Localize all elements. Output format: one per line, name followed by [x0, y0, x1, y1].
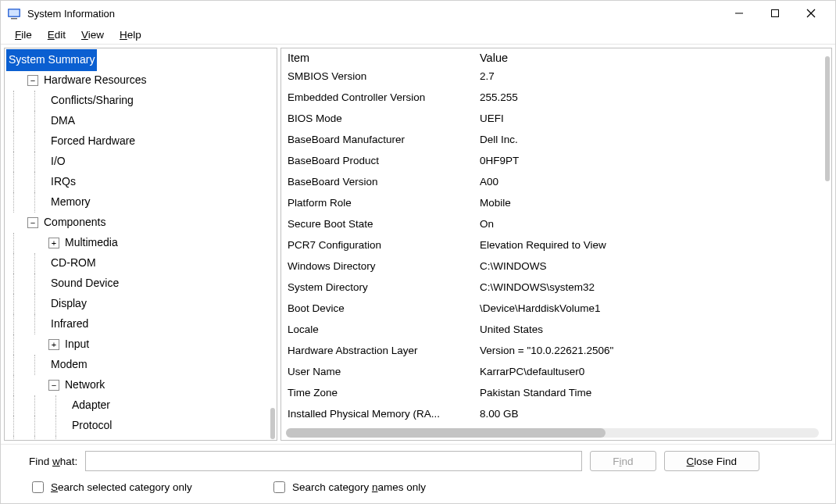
details-row[interactable]: BaseBoard ManufacturerDell Inc.	[288, 129, 825, 150]
tree-system-summary[interactable]: System Summary	[6, 50, 275, 70]
tree-item[interactable]: Protocol	[6, 416, 275, 436]
menu-file[interactable]: File	[7, 27, 40, 42]
details-row[interactable]: PCR7 ConfigurationElevation Required to …	[288, 234, 825, 256]
details-item: BIOS Mode	[288, 113, 480, 124]
details-item: System Directory	[288, 281, 480, 293]
details-value: 8.00 GB	[480, 408, 825, 420]
details-row[interactable]: BIOS ModeUEFI	[288, 108, 825, 129]
titlebar: System Information	[1, 1, 835, 26]
tree-item[interactable]: Memory	[6, 192, 275, 213]
tree-item[interactable]: Infrared	[6, 314, 275, 334]
details-row[interactable]: System DirectoryC:\WINDOWS\system32	[288, 277, 825, 298]
app-icon	[7, 6, 21, 20]
details-pane: Item Value SMBIOS Version2.7Embedded Con…	[280, 48, 832, 441]
find-input[interactable]	[85, 451, 582, 471]
tree-label: Components	[41, 212, 108, 234]
tree-item[interactable]: CD-ROM	[6, 253, 275, 273]
details-row[interactable]: Boot Device\Device\HarddiskVolume1	[288, 298, 825, 319]
details-row[interactable]: BaseBoard VersionA00	[288, 171, 825, 192]
details-row[interactable]: Installed Physical Memory (RA...8.00 GB	[288, 403, 825, 424]
svg-rect-1	[9, 10, 20, 16]
details-vscrollbar[interactable]	[825, 56, 830, 181]
details-hscrollbar[interactable]	[286, 428, 819, 438]
menu-view[interactable]: View	[73, 27, 112, 42]
collapse-icon[interactable]: −	[27, 217, 38, 228]
system-information-window: System Information File Edit View Help S…	[0, 0, 836, 504]
tree-hardware-resources[interactable]: − Hardware Resources	[6, 70, 275, 91]
details-value: \Device\HarddiskVolume1	[480, 302, 825, 314]
details-item: Installed Physical Memory (RA...	[288, 408, 480, 420]
column-header-item[interactable]: Item	[288, 52, 480, 64]
maximize-button[interactable]	[757, 1, 793, 26]
menu-help[interactable]: Help	[112, 27, 149, 42]
details-item: Platform Role	[288, 197, 480, 209]
details-item: BaseBoard Product	[288, 155, 480, 166]
details-value: On	[480, 218, 825, 230]
window-title: System Information	[27, 8, 115, 20]
minimize-button[interactable]	[721, 1, 757, 26]
tree-item[interactable]: Conflicts/Sharing	[6, 91, 275, 111]
menu-edit[interactable]: Edit	[40, 27, 73, 42]
details-row[interactable]: LocaleUnited States	[288, 319, 825, 340]
details-item: BaseBoard Version	[288, 176, 480, 188]
search-selected-category-checkbox[interactable]: Search selected category only	[29, 479, 192, 495]
details-item: User Name	[288, 366, 480, 377]
tree-input[interactable]: +Input	[6, 334, 275, 355]
tree-item[interactable]: Modem	[6, 355, 275, 375]
close-button[interactable]	[793, 1, 829, 26]
search-category-names-checkbox[interactable]: Search category names only	[270, 479, 426, 495]
tree-item[interactable]: Display	[6, 294, 275, 314]
expand-icon[interactable]: +	[48, 339, 59, 350]
details-value: A00	[480, 176, 825, 188]
details-value: United States	[480, 323, 825, 335]
details-value: KarrarPC\defaultuser0	[480, 366, 825, 377]
tree-scrollbar[interactable]	[270, 408, 275, 439]
close-find-button[interactable]: Close Find	[664, 451, 760, 471]
collapse-icon[interactable]: −	[27, 75, 38, 86]
details-row[interactable]: Embedded Controller Version255.255	[288, 87, 825, 108]
tree-item[interactable]: Adapter	[6, 395, 275, 416]
details-row[interactable]: SMBIOS Version2.7	[288, 66, 825, 87]
details-item: Embedded Controller Version	[288, 91, 480, 103]
details-value: Dell Inc.	[480, 134, 825, 145]
find-label: Find what:	[29, 456, 77, 467]
details-value: Pakistan Standard Time	[480, 387, 825, 399]
tree-components[interactable]: − Components	[6, 213, 275, 233]
find-button[interactable]: Find	[590, 451, 656, 471]
tree-multimedia[interactable]: +Multimedia	[6, 233, 275, 253]
details-row[interactable]: Secure Boot StateOn	[288, 213, 825, 234]
scrollbar-thumb[interactable]	[286, 428, 606, 438]
expand-icon[interactable]: +	[48, 238, 59, 248]
tree-label: System Summary	[6, 49, 97, 71]
details-item: Boot Device	[288, 302, 480, 314]
tree-label: Hardware Resources	[41, 70, 149, 91]
details-item: Locale	[288, 323, 480, 335]
details-list[interactable]: SMBIOS Version2.7Embedded Controller Ver…	[281, 66, 831, 431]
details-value: 2.7	[480, 70, 825, 82]
details-row[interactable]: Time ZonePakistan Standard Time	[288, 382, 825, 403]
details-row[interactable]: Windows DirectoryC:\WINDOWS	[288, 256, 825, 277]
menubar: File Edit View Help	[1, 26, 835, 45]
tree-item[interactable]: I/O	[6, 152, 275, 172]
tree-item[interactable]: WinSock	[6, 436, 275, 440]
details-item: PCR7 Configuration	[288, 239, 480, 251]
details-row[interactable]: User NameKarrarPC\defaultuser0	[288, 361, 825, 382]
details-row[interactable]: Platform RoleMobile	[288, 192, 825, 213]
details-item: SMBIOS Version	[288, 70, 480, 82]
details-row[interactable]: BaseBoard Product0HF9PT	[288, 150, 825, 171]
tree-item[interactable]: Sound Device	[6, 273, 275, 294]
category-tree[interactable]: System Summary − Hardware Resources Conf…	[5, 48, 277, 440]
collapse-icon[interactable]: −	[48, 380, 59, 391]
tree-item[interactable]: Forced Hardware	[6, 131, 275, 152]
tree-item[interactable]: IRQs	[6, 172, 275, 192]
tree-item[interactable]: DMA	[6, 111, 275, 131]
details-item: Secure Boot State	[288, 218, 480, 230]
checkbox-input[interactable]	[32, 481, 44, 493]
details-item: Hardware Abstraction Layer	[288, 345, 480, 356]
checkbox-input[interactable]	[273, 481, 285, 493]
column-header-value[interactable]: Value	[480, 52, 508, 64]
details-item: Windows Directory	[288, 260, 480, 272]
details-row[interactable]: Hardware Abstraction LayerVersion = "10.…	[288, 340, 825, 361]
tree-network[interactable]: −Network	[6, 375, 275, 395]
details-value: Mobile	[480, 197, 825, 209]
